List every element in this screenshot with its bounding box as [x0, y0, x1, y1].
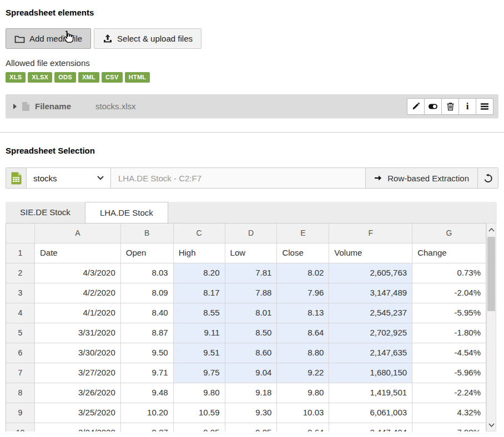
delete-button[interactable]	[441, 98, 459, 115]
cell[interactable]: 10.59	[174, 403, 225, 423]
cell[interactable]: 8.50	[225, 323, 278, 343]
vertical-scrollbar[interactable]	[486, 223, 496, 431]
cell[interactable]: 2,605,763	[329, 263, 412, 283]
cell[interactable]: 9.48	[121, 383, 174, 403]
scrollbar-thumb[interactable]	[487, 237, 495, 311]
cell[interactable]: -5.96%	[412, 363, 486, 383]
cell[interactable]: 2,702,925	[329, 323, 412, 343]
cell[interactable]: -2.24%	[412, 383, 486, 403]
expand-caret-icon[interactable]	[13, 104, 17, 109]
cell[interactable]: 8.60	[225, 343, 278, 363]
cell[interactable]: Open	[121, 243, 174, 263]
row-header-2[interactable]: 2	[6, 263, 35, 283]
cell[interactable]: 8.02	[277, 263, 329, 283]
cell[interactable]: Low	[225, 243, 278, 263]
cell[interactable]: 9.50	[121, 343, 174, 363]
cell[interactable]: 9.64	[277, 423, 329, 431]
cell[interactable]: 3/30/2020	[35, 343, 121, 363]
menu-button[interactable]	[476, 98, 493, 115]
row-header-5[interactable]: 5	[6, 323, 35, 343]
column-header-G[interactable]: G	[412, 223, 486, 243]
cell[interactable]: Date	[35, 243, 121, 263]
column-header-E[interactable]: E	[277, 223, 329, 243]
cell[interactable]: 8.13	[277, 303, 329, 323]
cell[interactable]: -1.80%	[412, 323, 486, 343]
cell[interactable]: 9.71	[121, 363, 174, 383]
row-header-10[interactable]: 10	[6, 423, 35, 431]
cell[interactable]: Change	[412, 243, 486, 263]
cell[interactable]: 2,545,237	[329, 303, 412, 323]
cell[interactable]: 3/26/2020	[35, 383, 121, 403]
cell[interactable]: 9.30	[225, 403, 278, 423]
row-based-extraction-button[interactable]: Row-based Extraction	[366, 168, 478, 188]
cell[interactable]: 8.64	[277, 323, 329, 343]
cell[interactable]: 8.55	[174, 303, 225, 323]
cell[interactable]: 8.09	[121, 283, 174, 303]
cell[interactable]: 0.73%	[412, 263, 486, 283]
cell[interactable]: -4.54%	[412, 343, 486, 363]
cell[interactable]: 3,447,494	[329, 423, 412, 431]
file-row[interactable]: Filename stocks.xlsx	[6, 94, 498, 118]
column-header-D[interactable]: D	[225, 223, 278, 243]
select-upload-files-button[interactable]: Select & upload files	[94, 28, 201, 49]
cell[interactable]: Volume	[329, 243, 412, 263]
cell[interactable]: 4.32%	[412, 403, 486, 423]
cell[interactable]: 1,419,501	[329, 383, 412, 403]
cell[interactable]: 2,147,635	[329, 343, 412, 363]
cell[interactable]: 10.03	[277, 403, 329, 423]
tab-lha-de-stock[interactable]: LHA.DE Stock	[85, 202, 168, 223]
row-header-4[interactable]: 4	[6, 303, 35, 323]
cell[interactable]: Close	[277, 243, 329, 263]
row-header-7[interactable]: 7	[6, 363, 35, 383]
cell[interactable]: -2.04%	[412, 283, 486, 303]
column-header-C[interactable]: C	[174, 223, 225, 243]
row-header-3[interactable]: 3	[6, 283, 35, 303]
cell[interactable]: 9.85	[174, 423, 225, 431]
row-header-8[interactable]: 8	[6, 383, 35, 403]
cell[interactable]: 7.98%	[412, 423, 486, 431]
cell[interactable]: 3/24/2020	[35, 423, 121, 431]
cell[interactable]: 3/27/2020	[35, 363, 121, 383]
cell[interactable]: 8.40	[121, 303, 174, 323]
cell[interactable]: 9.51	[174, 343, 225, 363]
cell[interactable]: High	[174, 243, 225, 263]
cell[interactable]: 9.75	[174, 363, 225, 383]
cell[interactable]: 9.11	[174, 323, 225, 343]
scroll-down-icon[interactable]	[487, 420, 496, 430]
cell[interactable]: 7.96	[277, 283, 329, 303]
cell[interactable]: 3/25/2020	[35, 403, 121, 423]
cell[interactable]: 3,147,489	[329, 283, 412, 303]
cell[interactable]: 9.22	[277, 363, 329, 383]
cell[interactable]: 7.88	[225, 283, 278, 303]
range-input[interactable]: LHA.DE Stock - C2:F7	[111, 168, 366, 188]
cell[interactable]: 3/31/2020	[35, 323, 121, 343]
cell[interactable]: 4/2/2020	[35, 283, 121, 303]
cell[interactable]: 8.87	[121, 323, 174, 343]
cell[interactable]: 6,061,003	[329, 403, 412, 423]
reset-selection-button[interactable]	[478, 168, 498, 188]
row-header-9[interactable]: 9	[6, 403, 35, 423]
column-header-A[interactable]: A	[35, 223, 121, 243]
row-header-1[interactable]: 1	[6, 243, 35, 263]
tab-sie-de-stock[interactable]: SIE.DE Stock	[6, 202, 85, 223]
cell[interactable]: 8.01	[225, 303, 278, 323]
row-header-6[interactable]: 6	[6, 343, 35, 363]
cell[interactable]: 8.17	[174, 283, 225, 303]
cell[interactable]: -5.95%	[412, 303, 486, 323]
cell[interactable]: 1,680,150	[329, 363, 412, 383]
info-button[interactable]: i	[458, 98, 476, 115]
cell[interactable]: 4/3/2020	[35, 263, 121, 283]
cell[interactable]: 9.27	[121, 423, 174, 431]
cell[interactable]: 8.80	[277, 343, 329, 363]
cell[interactable]: 9.80	[277, 383, 329, 403]
cell[interactable]: 7.81	[225, 263, 278, 283]
sheet-file-select[interactable]: stocks	[27, 168, 111, 188]
cell[interactable]: 9.80	[174, 383, 225, 403]
cell[interactable]: 9.05	[225, 423, 278, 431]
visibility-toggle-button[interactable]	[424, 98, 442, 115]
cell[interactable]: 9.18	[225, 383, 278, 403]
add-media-file-button[interactable]: Add media file	[6, 28, 91, 49]
cell[interactable]: 8.20	[174, 263, 225, 283]
column-header-F[interactable]: F	[329, 223, 412, 243]
cell[interactable]: 9.04	[225, 363, 278, 383]
